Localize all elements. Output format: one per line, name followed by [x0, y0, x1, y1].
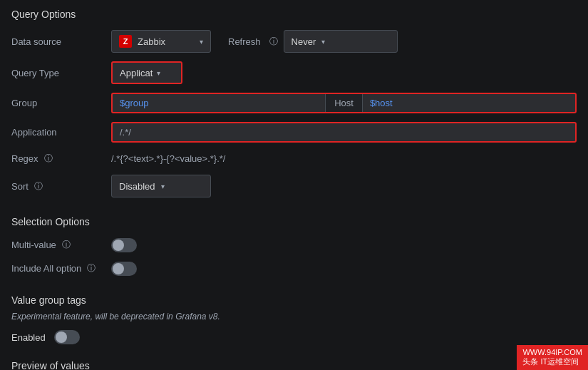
- refresh-select[interactable]: Never ▾: [284, 30, 398, 53]
- multi-value-toggle-thumb: [113, 240, 124, 251]
- sort-value: Disabled: [119, 181, 155, 192]
- multi-value-label: Multi-value ⓘ: [11, 233, 111, 257]
- multi-value-info-icon[interactable]: ⓘ: [62, 239, 71, 251]
- application-label: Application: [11, 121, 111, 143]
- query-type-chevron-icon: ▾: [157, 69, 160, 77]
- sort-info-icon[interactable]: ⓘ: [34, 180, 43, 192]
- group-control: $group Host $host: [111, 88, 577, 118]
- include-all-toggle[interactable]: [111, 262, 137, 276]
- group-field[interactable]: $group: [113, 94, 325, 112]
- datasource-name: Zabbix: [138, 36, 194, 47]
- datasource-label: Data source: [11, 31, 111, 53]
- sort-control: Disabled ▾: [111, 170, 577, 202]
- watermark: WWW.94IP.COM 头条 IT运维空间: [517, 345, 588, 370]
- application-row: /.*/: [111, 122, 577, 143]
- query-type-control: Applicat ▾: [111, 57, 577, 88]
- enabled-toggle-thumb: [56, 332, 67, 343]
- regex-value: /.*{?<text>.*}-{?<value>.*}.*/: [111, 153, 225, 164]
- host-field[interactable]: $host: [363, 94, 575, 112]
- preview-of-values-title: Preview of values: [0, 351, 588, 370]
- include-all-label: Include All option ⓘ: [11, 257, 111, 280]
- sort-select[interactable]: Disabled ▾: [111, 175, 211, 197]
- enabled-row: Enabled: [0, 326, 588, 349]
- query-options-section: Query Options Data source Z Zabbix ▾ Ref…: [0, 0, 588, 370]
- watermark-line1: WWW.94IP.COM: [522, 348, 582, 356]
- host-label: Host: [325, 94, 363, 112]
- refresh-chevron-icon: ▾: [321, 38, 325, 46]
- refresh-info-icon[interactable]: ⓘ: [269, 36, 278, 48]
- regex-label: Regex ⓘ: [11, 147, 111, 170]
- sort-chevron-icon: ▾: [161, 183, 165, 190]
- query-type-select[interactable]: Applicat ▾: [111, 61, 182, 84]
- group-label: Group: [11, 92, 111, 114]
- application-right-field: [351, 123, 576, 141]
- sort-label: Sort ⓘ: [11, 175, 111, 198]
- regex-info-icon[interactable]: ⓘ: [44, 153, 53, 165]
- datasource-selector[interactable]: Z Zabbix ▾: [111, 30, 211, 53]
- selection-options-form: Multi-value ⓘ Include All option ⓘ: [0, 233, 588, 280]
- include-all-control: [111, 257, 577, 280]
- refresh-label: Refresh: [228, 36, 261, 47]
- regex-control: /.*{?<text>.*}-{?<value>.*}.*/: [111, 149, 577, 168]
- query-type-label: Query Type: [11, 62, 111, 84]
- multi-value-control: [111, 234, 577, 257]
- include-all-toggle-thumb: [113, 263, 124, 274]
- query-type-value: Applicat: [120, 68, 153, 78]
- include-all-info-icon[interactable]: ⓘ: [87, 262, 96, 274]
- zabbix-icon: Z: [119, 35, 132, 48]
- datasource-control: Z Zabbix ▾ Refresh ⓘ Never ▾: [111, 26, 577, 57]
- section-title: Query Options: [0, 0, 588, 26]
- application-field[interactable]: /.*/: [113, 123, 351, 141]
- experimental-text: Experimental feature, will be deprecated…: [0, 312, 588, 326]
- application-control: /.*/: [111, 118, 577, 147]
- enabled-toggle[interactable]: [54, 330, 80, 344]
- selection-options-title: Selection Options: [0, 207, 588, 233]
- chevron-down-icon: ▾: [200, 38, 203, 46]
- refresh-value: Never: [292, 36, 316, 47]
- group-host-row: $group Host $host: [111, 93, 577, 113]
- query-form: Data source Z Zabbix ▾ Refresh ⓘ Never ▾…: [0, 26, 588, 202]
- watermark-line2: 头条 IT运维空间: [522, 356, 582, 367]
- value-group-tags-title: Value group tags: [0, 286, 588, 312]
- multi-value-toggle[interactable]: [111, 238, 137, 252]
- enabled-label: Enabled: [11, 332, 46, 343]
